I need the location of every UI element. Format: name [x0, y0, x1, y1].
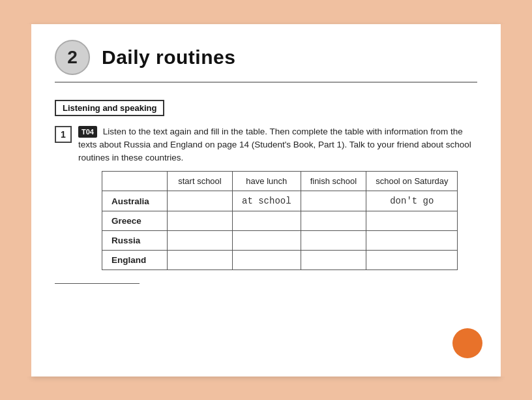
col-country — [102, 172, 168, 191]
section-label: Listening and speaking — [55, 100, 164, 116]
greece-finish — [301, 211, 366, 231]
table-row: England — [102, 251, 458, 270]
chapter-header: 2 Daily routines — [55, 40, 477, 83]
audio-badge[interactable]: T04 — [78, 126, 97, 138]
greece-saturday — [366, 211, 458, 231]
country-greece: Greece — [102, 211, 168, 231]
col-saturday: school on Saturday — [366, 172, 458, 191]
chapter-number: 2 — [55, 40, 90, 75]
england-lunch — [233, 251, 301, 270]
country-england: England — [102, 251, 168, 270]
greece-lunch — [233, 211, 301, 231]
australia-finish — [301, 191, 366, 211]
russia-saturday — [366, 231, 458, 251]
col-start-school: start school — [168, 172, 233, 191]
england-saturday — [366, 251, 458, 270]
exercise-content: T04 Listen to the text again and fill in… — [78, 125, 477, 271]
australia-saturday: don't go — [366, 191, 458, 211]
england-start — [168, 251, 233, 270]
exercise-1: 1 T04 Listen to the text again and fill … — [55, 125, 477, 271]
russia-finish — [301, 231, 366, 251]
country-australia: Australia — [102, 191, 168, 211]
exercise-instruction-text: Listen to the text again and fill in the… — [78, 127, 471, 163]
exercise-number: 1 — [55, 126, 72, 143]
orange-dot-decoration — [452, 328, 482, 358]
australia-start — [168, 191, 233, 211]
table-row: Australia at school don't go — [102, 191, 458, 211]
bottom-divider — [55, 283, 140, 284]
australia-lunch: at school — [233, 191, 301, 211]
greece-start — [168, 211, 233, 231]
england-finish — [301, 251, 366, 270]
russia-start — [168, 231, 233, 251]
exercise-instruction: T04 Listen to the text again and fill in… — [78, 125, 477, 165]
col-have-lunch: have lunch — [233, 172, 301, 191]
table-row: Greece — [102, 211, 458, 231]
chapter-number-text: 2 — [67, 47, 78, 68]
col-finish-school: finish school — [301, 172, 366, 191]
table-wrapper: start school have lunch finish school sc… — [102, 171, 477, 270]
table-row: Russia — [102, 231, 458, 251]
page-container: 2 Daily routines Listening and speaking … — [31, 24, 501, 377]
country-russia: Russia — [102, 231, 168, 251]
table-header-row: start school have lunch finish school sc… — [102, 172, 458, 191]
russia-lunch — [233, 231, 301, 251]
exercise-number-text: 1 — [61, 129, 66, 140]
chapter-title: Daily routines — [102, 46, 235, 69]
school-routines-table: start school have lunch finish school sc… — [102, 171, 458, 270]
